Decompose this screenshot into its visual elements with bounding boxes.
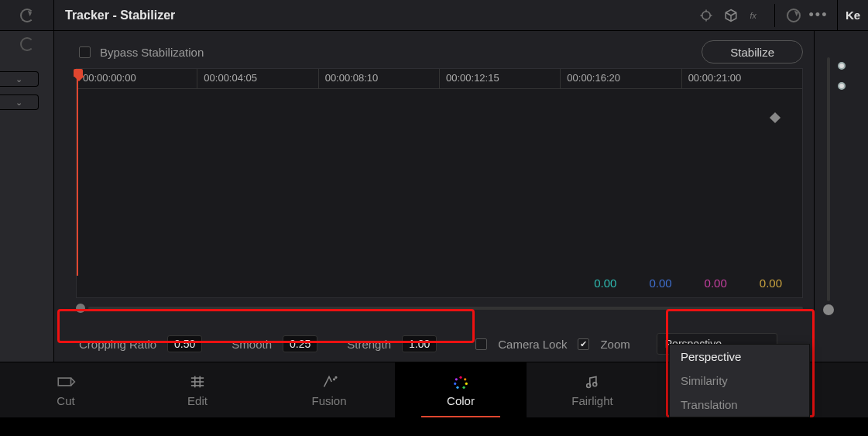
svg-point-21 [587,383,591,387]
svg-point-17 [462,386,465,388]
smooth-label: Smooth [232,338,272,351]
readout-tilt: 0.00 [649,276,671,290]
camera-lock-label: Camera Lock [498,338,567,351]
page-tab-label: Edit [187,394,208,407]
keyframe-dot[interactable] [838,62,846,70]
page-tab-label: Color [447,394,475,407]
tracker-graph[interactable]: 00:00:00:00 00:00:04:05 00:00:08:10 00:0… [76,68,803,298]
cut-icon [56,373,76,390]
time-ruler[interactable]: 00:00:00:00 00:00:04:05 00:00:08:10 00:0… [77,69,802,89]
smooth-field[interactable]: 0.25 [283,335,317,352]
panel-title: Tracker - Stabilizer [54,9,695,22]
keyframes-panel-label: Ke [837,0,868,30]
page-tab-label: Cut [57,394,74,407]
zoom-checkbox[interactable] [578,338,589,350]
left-gutter: ⌄ ⌄ [0,31,54,362]
svg-point-13 [335,376,337,378]
svg-point-12 [334,378,335,379]
keyframe-icon[interactable] [770,112,781,123]
panel-titlebar: Tracker - Stabilizer fx ••• Ke [0,0,868,31]
page-tab-fairlight[interactable]: Fairlight [527,362,658,417]
readout-zoom: 0.00 [705,276,727,290]
page-tab-color[interactable]: Color [395,362,527,417]
fx-icon[interactable]: fx [745,5,767,26]
camera-lock-checkbox[interactable] [475,338,487,350]
cube-icon[interactable] [720,5,742,26]
mode-option-similarity[interactable]: Similarity [670,369,809,393]
mode-dropdown-menu: Perspective Similarity Translation [669,344,810,417]
more-icon[interactable]: ••• [808,5,829,26]
expand-button[interactable]: ⌄ [0,71,39,87]
zoom-label: Zoom [600,338,630,351]
svg-point-16 [465,382,468,384]
svg-point-20 [455,378,458,380]
strength-label: Strength [347,338,391,351]
edit-icon [187,373,208,390]
page-tab-label: Fairlight [571,394,612,407]
graph-hscroll[interactable] [76,301,803,315]
time-tick: 00:00:08:10 [318,69,439,88]
undo-button[interactable] [0,0,54,30]
page-tab-fusion[interactable]: Fusion [263,362,395,417]
graph-vzoom[interactable] [820,57,837,315]
svg-point-18 [456,386,458,388]
svg-point-0 [702,11,711,19]
page-tab-label: Fusion [311,394,346,407]
svg-rect-6 [58,378,70,386]
svg-point-14 [459,376,461,378]
mode-option-translation[interactable]: Translation [670,393,809,417]
time-tick: 00:00:21:00 [681,69,802,88]
page-tab-cut[interactable]: Cut [0,362,132,417]
mode-option-perspective[interactable]: Perspective [670,345,809,369]
time-tick: 00:00:16:20 [560,69,681,88]
strength-field[interactable]: 1.00 [402,335,437,352]
undo-icon[interactable] [20,37,34,51]
readout-rot: 0.00 [760,276,782,290]
stabilize-button[interactable]: Stabilize [702,40,803,64]
svg-point-19 [454,382,456,384]
time-tick: 00:00:04:05 [197,69,317,88]
fairlight-icon [582,373,602,390]
expand-button[interactable]: ⌄ [0,94,39,110]
svg-text:fx: fx [750,10,757,19]
cropping-ratio-label: Cropping Ratio [79,338,156,351]
time-tick: 00:00:00:00 [77,69,197,88]
fusion-icon [319,373,339,390]
readout-pan: 0.00 [594,276,616,290]
playhead[interactable] [77,69,78,276]
svg-point-15 [464,378,466,380]
graph-readouts: 0.00 0.00 0.00 0.00 [594,276,782,290]
keyframe-dot[interactable] [838,82,846,90]
color-icon [451,373,471,390]
cropping-ratio-field[interactable]: 0.50 [167,335,202,352]
svg-point-22 [593,382,597,386]
page-tab-edit[interactable]: Edit [132,362,263,417]
time-tick: 00:00:12:15 [439,69,560,88]
target-icon[interactable] [695,5,717,26]
reset-icon[interactable] [783,5,805,26]
bypass-label: Bypass Stabilization [100,46,204,59]
undo-icon [20,9,34,22]
bypass-checkbox[interactable] [79,46,91,58]
